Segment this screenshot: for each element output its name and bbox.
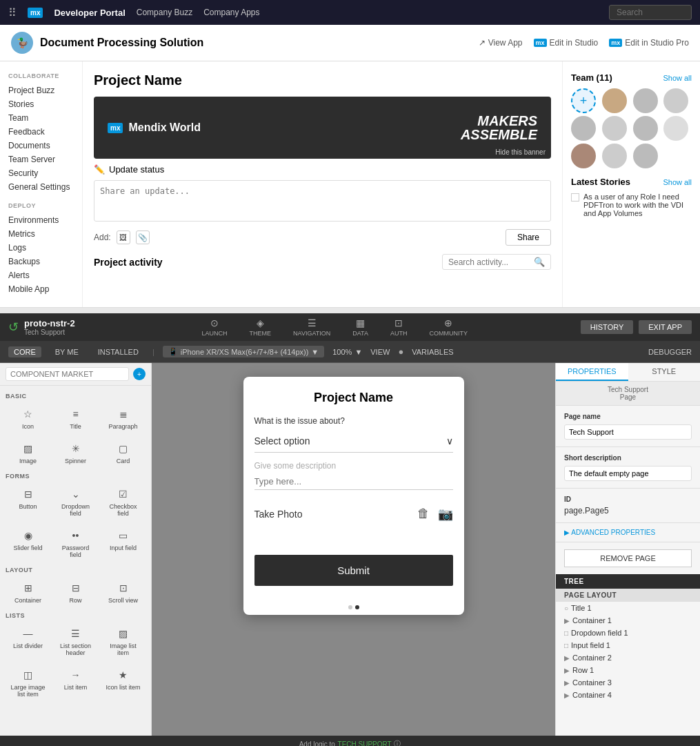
comp-image-list-item[interactable]: ▨Image list item bbox=[101, 622, 146, 660]
comp-button[interactable]: ⊟Button bbox=[6, 482, 50, 521]
view-app-button[interactable]: ↗ View App bbox=[479, 38, 523, 48]
phone-select-dropdown[interactable]: Select option ∨ bbox=[254, 430, 453, 453]
sidebar-item-logs[interactable]: Logs bbox=[8, 241, 74, 255]
comp-large-image-list-item[interactable]: ◫Large image list item bbox=[6, 663, 50, 702]
comp-list-section-header[interactable]: ☰List section header bbox=[53, 622, 98, 660]
comp-row[interactable]: ⊟Row bbox=[53, 576, 98, 608]
global-search-input[interactable] bbox=[609, 5, 692, 20]
comp-container[interactable]: ⊞Container bbox=[6, 576, 50, 608]
component-market-button[interactable]: + bbox=[133, 368, 146, 380]
comp-card[interactable]: ▢Card bbox=[101, 437, 146, 469]
phone-photo-icons: 🗑 📷 bbox=[417, 507, 453, 522]
comp-checkbox[interactable]: ☑Checkbox field bbox=[101, 482, 146, 521]
comp-image[interactable]: ▨Image bbox=[6, 437, 50, 469]
comp-list-item[interactable]: →List item bbox=[53, 663, 98, 702]
studio-tool-community[interactable]: ⊕ COMMUNITY bbox=[418, 317, 479, 337]
row-comp-icon: ⊟ bbox=[66, 580, 86, 596]
tab-by-me[interactable]: BY ME bbox=[50, 346, 84, 357]
story-checkbox[interactable] bbox=[571, 193, 579, 202]
delete-photo-icon[interactable]: 🗑 bbox=[417, 507, 430, 522]
tree-item-title1[interactable]: ○ Title 1 bbox=[556, 602, 700, 614]
studio-tool-theme[interactable]: ◈ THEME bbox=[239, 317, 283, 337]
studio-tool-data[interactable]: ▦ DATA bbox=[341, 317, 379, 337]
stories-show-all[interactable]: Show all bbox=[663, 178, 692, 186]
sidebar-item-feedback[interactable]: Feedback bbox=[8, 125, 74, 139]
sidebar-item-general-settings[interactable]: General Settings bbox=[8, 180, 74, 194]
comp-paragraph[interactable]: ≣Paragraph bbox=[101, 402, 146, 434]
phone-submit-button[interactable]: Submit bbox=[254, 555, 453, 586]
tab-core[interactable]: CORE bbox=[8, 346, 41, 357]
exit-app-button[interactable]: EXIT APP bbox=[639, 320, 692, 334]
edit-studio-button[interactable]: mx Edit in Studio bbox=[534, 38, 599, 48]
comp-spinner[interactable]: ✳Spinner bbox=[53, 437, 98, 469]
activity-search-input[interactable] bbox=[448, 257, 531, 267]
studio-tool-navigation[interactable]: ☰ NAVIGATION bbox=[282, 317, 341, 337]
sidebar-item-documents[interactable]: Documents bbox=[8, 139, 74, 153]
advanced-properties-toggle[interactable]: ▶ ADVANCED PROPERTIES bbox=[564, 529, 692, 536]
sidebar-item-project-buzz[interactable]: Project Buzz bbox=[8, 84, 74, 97]
comp-dropdown[interactable]: ⌄Dropdown field bbox=[53, 482, 98, 521]
hide-banner-link[interactable]: Hide this banner bbox=[495, 148, 546, 156]
sidebar-item-backups[interactable]: Backups bbox=[8, 255, 74, 268]
page-name-input[interactable] bbox=[564, 424, 692, 440]
sidebar-item-stories[interactable]: Stories bbox=[8, 97, 74, 111]
comp-list-divider[interactable]: —List divider bbox=[6, 622, 50, 660]
tree-header: TREE bbox=[556, 574, 700, 589]
studio-tool-launch[interactable]: ⊙ LAUNCH bbox=[191, 317, 239, 337]
tab-properties[interactable]: PROPERTIES bbox=[556, 363, 628, 381]
zoom-selector[interactable]: 100% ▼ bbox=[332, 348, 362, 356]
variables-button[interactable]: VARIABLES bbox=[412, 348, 453, 356]
tech-support-link[interactable]: TECH SUPPORT bbox=[338, 740, 392, 747]
tree-item-container2[interactable]: ▶ Container 2 bbox=[556, 651, 700, 664]
history-button[interactable]: HISTORY bbox=[581, 320, 634, 334]
tree-item-container4[interactable]: ▶ Container 4 bbox=[556, 689, 700, 701]
nav-link-company-apps[interactable]: Company Apps bbox=[203, 8, 259, 17]
sidebar-item-security[interactable]: Security bbox=[8, 166, 74, 180]
team-show-all[interactable]: Show all bbox=[663, 74, 692, 82]
comp-scroll[interactable]: ⊡Scroll view bbox=[101, 576, 146, 608]
tab-installed[interactable]: INSTALLED bbox=[92, 346, 144, 357]
checkbox-comp-icon: ☑ bbox=[114, 487, 133, 502]
phone-description-input[interactable] bbox=[254, 473, 453, 490]
comp-slider[interactable]: ◉Slider field bbox=[6, 524, 50, 562]
add-team-member-button[interactable]: + bbox=[571, 88, 596, 113]
add-image-button[interactable]: 🖼 bbox=[117, 230, 130, 244]
comp-icon-list-item[interactable]: ★Icon list item bbox=[101, 663, 146, 702]
deploy-section-label: DEPLOY bbox=[8, 202, 74, 209]
sidebar-item-alerts[interactable]: Alerts bbox=[8, 268, 74, 282]
page-name-label: Page name bbox=[564, 413, 692, 420]
tab-style[interactable]: STYLE bbox=[628, 363, 701, 381]
bottom-bar-text: Add logic to bbox=[299, 740, 335, 747]
nav-link-company-buzz[interactable]: Company Buzz bbox=[137, 8, 192, 17]
sidebar-item-environments[interactable]: Environments bbox=[8, 213, 74, 227]
sidebar-item-team-server[interactable]: Team Server bbox=[8, 153, 74, 166]
tree-item-row1[interactable]: ▶ Row 1 bbox=[556, 664, 700, 676]
update-textarea[interactable] bbox=[94, 180, 551, 222]
tree-item-dropdown1[interactable]: □ Dropdown field 1 bbox=[556, 627, 700, 639]
sidebar-item-mobile-app[interactable]: Mobile App bbox=[8, 282, 74, 296]
device-selector[interactable]: 📱 iPhone XR/XS Max(6+/7+/8+ (414px)) ▼ bbox=[163, 346, 324, 357]
comp-icon[interactable]: ☆Icon bbox=[6, 402, 50, 434]
remove-page-button[interactable]: REMOVE PAGE bbox=[564, 549, 692, 567]
studio-tool-auth[interactable]: ⊡ AUTH bbox=[379, 317, 419, 337]
debugger-button[interactable]: DEBUGGER bbox=[648, 348, 692, 356]
tree-item-container3[interactable]: ▶ Container 3 bbox=[556, 676, 700, 689]
comp-password[interactable]: ••Password field bbox=[53, 524, 98, 562]
tree-item-container1[interactable]: ▶ Container 1 bbox=[556, 614, 700, 627]
global-nav-links: Company Buzz Company Apps bbox=[137, 8, 260, 17]
studio-logo-icon: ↺ bbox=[8, 320, 19, 335]
component-search-input[interactable] bbox=[6, 367, 129, 381]
grid-icon[interactable]: ⠿ bbox=[8, 6, 17, 19]
comp-title[interactable]: ≡Title bbox=[53, 402, 98, 434]
tree-item-input1[interactable]: □ Input field 1 bbox=[556, 639, 700, 651]
edit-studio-pro-button[interactable]: mx Edit in Studio Pro bbox=[609, 38, 689, 48]
sidebar-item-team[interactable]: Team bbox=[8, 111, 74, 125]
short-desc-input[interactable] bbox=[564, 466, 692, 481]
properties-tabs: PROPERTIES STYLE bbox=[556, 363, 700, 382]
comp-input[interactable]: ▭Input field bbox=[101, 524, 146, 562]
camera-icon[interactable]: 📷 bbox=[438, 507, 453, 522]
view-toggle[interactable]: VIEW bbox=[370, 348, 390, 356]
share-button[interactable]: Share bbox=[506, 229, 551, 246]
add-attachment-button[interactable]: 📎 bbox=[136, 230, 150, 244]
sidebar-item-metrics[interactable]: Metrics bbox=[8, 227, 74, 241]
